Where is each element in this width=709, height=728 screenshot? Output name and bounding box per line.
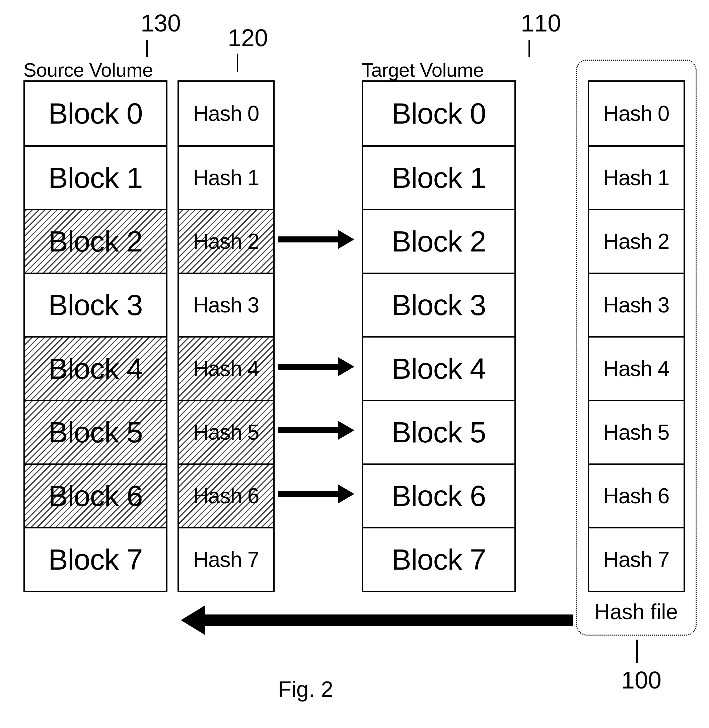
source-block-label: Block 3 bbox=[48, 288, 143, 322]
source-hash-cell: Hash 5 bbox=[179, 400, 273, 464]
target-hash-cell: Hash 0 bbox=[589, 82, 684, 145]
target-block-label: Block 7 bbox=[391, 543, 486, 577]
source-block-label: Block 4 bbox=[48, 352, 143, 386]
callout-120: 120 bbox=[228, 24, 268, 51]
copy-arrow bbox=[278, 364, 354, 370]
source-block-cell: Block 6 bbox=[25, 464, 166, 527]
target-hash-label: Hash 4 bbox=[604, 356, 670, 381]
source-block-label: Block 7 bbox=[48, 543, 143, 577]
target-hash-cell: Hash 5 bbox=[589, 400, 684, 464]
target-hash-cell: Hash 6 bbox=[589, 464, 684, 527]
target-hashes-column: Hash 0Hash 1Hash 2Hash 3Hash 4Hash 5Hash… bbox=[588, 80, 685, 592]
target-hash-cell: Hash 1 bbox=[589, 145, 684, 209]
source-block-label: Block 1 bbox=[48, 161, 143, 195]
source-block-cell: Block 3 bbox=[25, 273, 166, 336]
target-block-cell: Block 6 bbox=[363, 464, 514, 527]
target-block-cell: Block 3 bbox=[363, 273, 514, 336]
target-hash-label: Hash 6 bbox=[604, 484, 670, 508]
source-block-label: Block 5 bbox=[48, 415, 143, 449]
target-hash-label: Hash 0 bbox=[604, 101, 670, 126]
source-hash-cell: Hash 6 bbox=[179, 464, 273, 527]
target-hash-cell: Hash 3 bbox=[589, 273, 684, 336]
source-blocks-column: Block 0Block 1Block 2Block 3Block 4Block… bbox=[23, 80, 168, 592]
diagram-canvas: 130 120 110 Source Volume Target Volume … bbox=[0, 0, 709, 728]
source-hash-label: Hash 2 bbox=[193, 229, 259, 254]
target-hash-cell: Hash 4 bbox=[589, 336, 684, 400]
source-block-cell: Block 4 bbox=[25, 336, 166, 400]
target-volume-header: Target Volume bbox=[362, 58, 484, 81]
source-block-label: Block 6 bbox=[48, 479, 143, 513]
target-block-label: Block 6 bbox=[391, 479, 486, 513]
source-hash-label: Hash 7 bbox=[193, 547, 259, 572]
source-block-cell: Block 7 bbox=[25, 527, 166, 591]
source-hash-label: Hash 5 bbox=[193, 420, 259, 445]
callout-130: 130 bbox=[141, 9, 181, 37]
target-block-label: Block 5 bbox=[391, 415, 486, 449]
copy-arrow bbox=[278, 236, 354, 242]
source-block-cell: Block 0 bbox=[25, 82, 166, 145]
target-block-cell: Block 0 bbox=[363, 82, 514, 145]
source-hash-label: Hash 0 bbox=[193, 101, 259, 126]
target-block-label: Block 1 bbox=[391, 161, 486, 195]
target-hash-label: Hash 3 bbox=[604, 293, 670, 318]
source-hash-label: Hash 3 bbox=[193, 293, 259, 318]
source-block-label: Block 0 bbox=[48, 96, 143, 131]
source-hash-label: Hash 1 bbox=[193, 165, 259, 190]
target-block-cell: Block 7 bbox=[363, 527, 514, 591]
target-hash-label: Hash 7 bbox=[604, 547, 670, 572]
target-block-cell: Block 1 bbox=[363, 145, 514, 209]
copy-arrow bbox=[278, 491, 354, 497]
source-hash-cell: Hash 1 bbox=[179, 145, 273, 209]
source-block-label: Block 2 bbox=[48, 225, 143, 258]
target-block-label: Block 2 bbox=[391, 225, 486, 258]
target-hash-label: Hash 5 bbox=[604, 420, 670, 445]
target-block-label: Block 4 bbox=[391, 352, 486, 386]
callout-line bbox=[146, 40, 148, 57]
target-block-cell: Block 2 bbox=[363, 209, 514, 273]
callout-100: 100 bbox=[621, 667, 661, 694]
hash-file-to-source-arrow bbox=[181, 605, 573, 635]
callout-110: 110 bbox=[521, 9, 561, 37]
target-hash-label: Hash 1 bbox=[604, 165, 670, 190]
source-hashes-column: Hash 0Hash 1Hash 2Hash 3Hash 4Hash 5Hash… bbox=[178, 80, 274, 592]
target-hash-label: Hash 2 bbox=[604, 229, 670, 254]
source-hash-cell: Hash 4 bbox=[179, 336, 273, 400]
target-hash-cell: Hash 2 bbox=[589, 209, 684, 273]
source-block-cell: Block 2 bbox=[25, 209, 166, 273]
hash-file-label: Hash file bbox=[594, 600, 678, 624]
target-block-cell: Block 5 bbox=[363, 400, 514, 464]
source-hash-label: Hash 6 bbox=[193, 484, 259, 508]
target-blocks-column: Block 0Block 1Block 2Block 3Block 4Block… bbox=[362, 80, 516, 592]
target-block-cell: Block 4 bbox=[363, 336, 514, 400]
callout-line bbox=[528, 40, 530, 57]
copy-arrow bbox=[278, 427, 354, 433]
callout-line bbox=[636, 640, 638, 663]
source-volume-header: Source Volume bbox=[23, 58, 153, 81]
source-hash-cell: Hash 0 bbox=[179, 82, 273, 145]
source-block-cell: Block 5 bbox=[25, 400, 166, 464]
callout-line bbox=[237, 54, 238, 72]
source-hash-cell: Hash 7 bbox=[179, 527, 273, 591]
target-block-label: Block 0 bbox=[391, 96, 486, 131]
source-block-cell: Block 1 bbox=[25, 145, 166, 209]
source-hash-cell: Hash 2 bbox=[179, 209, 273, 273]
target-block-label: Block 3 bbox=[391, 288, 486, 322]
source-hash-cell: Hash 3 bbox=[179, 273, 273, 336]
figure-caption: Fig. 2 bbox=[278, 677, 333, 702]
source-hash-label: Hash 4 bbox=[193, 356, 259, 381]
target-hash-cell: Hash 7 bbox=[589, 527, 684, 591]
